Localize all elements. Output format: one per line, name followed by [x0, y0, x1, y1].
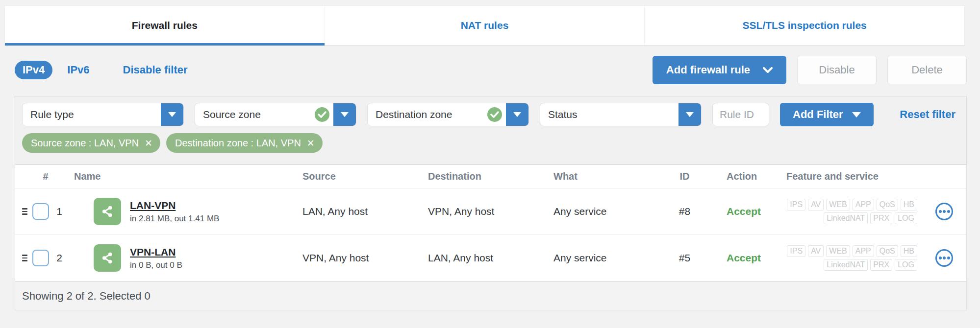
add-firewall-rule-label: Add firewall rule — [666, 64, 750, 76]
remove-chip-icon[interactable]: ✕ — [145, 139, 152, 148]
rule-traffic-stats: in 0 B, out 0 B — [130, 260, 182, 270]
more-actions-button[interactable] — [935, 203, 953, 220]
feature-badge: WEB — [826, 245, 850, 257]
filter-chip-destination-zone: Destination zone : LAN, VPN ✕ — [166, 133, 323, 153]
feature-badge: LOG — [895, 212, 917, 224]
reset-filter-link[interactable]: Reset filter — [900, 108, 955, 121]
cell-action: Accept — [703, 206, 772, 217]
disable-button[interactable]: Disable — [797, 56, 877, 84]
filter-chip-label: Source zone : LAN, VPN — [31, 138, 139, 149]
header-name: Name — [69, 171, 302, 182]
header-what: What — [553, 171, 666, 182]
tab-firewall-rules[interactable]: Firewall rules — [5, 6, 325, 45]
destination-zone-label: Destination zone — [368, 109, 487, 120]
header-id: ID — [666, 171, 703, 182]
feature-badge: LinkedNAT — [824, 212, 868, 224]
feature-badges: IPSAVWEBAPPQoSHB LinkedNATPRXLOG — [787, 245, 917, 271]
more-actions-button[interactable] — [935, 249, 953, 267]
feature-badge: APP — [853, 245, 874, 257]
header-source: Source — [302, 171, 428, 182]
feature-badge: APP — [853, 199, 874, 211]
dropdown-arrow-icon — [678, 103, 701, 126]
feature-badge: AV — [808, 245, 824, 257]
cell-action: Accept — [703, 252, 772, 264]
rule-type-label: Rule type — [23, 109, 161, 120]
filter-row: Rule type Source zone Destination zone S… — [15, 96, 966, 126]
table-row: 1 LAN-VPN in 2.81 MB, out 1.41 MB LAN, A… — [15, 188, 966, 235]
feature-badge: HB — [901, 199, 917, 211]
rule-name-link[interactable]: VPN-LAN — [130, 246, 182, 258]
ipv4-toggle[interactable]: IPv4 — [15, 61, 52, 79]
filter-chip-label: Destination zone : LAN, VPN — [175, 138, 301, 149]
feature-badge: LinkedNAT — [824, 259, 868, 271]
feature-badge: WEB — [826, 199, 850, 211]
drag-handle-icon[interactable] — [22, 206, 32, 217]
destination-zone-select[interactable]: Destination zone — [367, 103, 529, 126]
add-filter-button[interactable]: Add Filter — [780, 103, 874, 126]
row-count-summary: Showing 2 of 2. Selected 0 — [22, 290, 151, 303]
filter-chip-source-zone: Source zone : LAN, VPN ✕ — [22, 133, 160, 153]
source-zone-select[interactable]: Source zone — [195, 103, 356, 126]
feature-badge: IPS — [787, 245, 805, 257]
delete-button[interactable]: Delete — [887, 56, 967, 84]
dropdown-arrow-icon — [333, 103, 356, 126]
disable-filter-link[interactable]: Disable filter — [123, 64, 188, 76]
rule-id-input[interactable] — [712, 103, 769, 126]
row-checkbox[interactable] — [32, 203, 49, 220]
ipv6-toggle[interactable]: IPv6 — [67, 64, 89, 76]
check-circle-icon — [487, 107, 502, 122]
feature-badge: LOG — [895, 259, 917, 271]
feature-badge: QoS — [877, 199, 898, 211]
header-action: Action — [703, 171, 772, 182]
feature-badges: IPSAVWEBAPPQoSHB LinkedNATPRXLOG — [787, 199, 917, 224]
feature-badge: QoS — [877, 245, 898, 257]
tab-ssl-tls-inspection-rules[interactable]: SSL/TLS inspection rules — [644, 6, 964, 45]
feature-badge: PRX — [870, 259, 892, 271]
feature-badge: AV — [808, 199, 824, 211]
toolbar: IPv4 IPv6 Disable filter Add firewall ru… — [15, 53, 967, 87]
table-footer: Showing 2 of 2. Selected 0 — [15, 281, 966, 310]
table-row: 2 VPN-LAN in 0 B, out 0 B VPN, Any host … — [15, 235, 966, 281]
cell-destination: LAN, Any host — [428, 252, 553, 264]
tab-bar: Firewall rules NAT rules SSL/TLS inspect… — [5, 6, 964, 46]
rule-type-select[interactable]: Rule type — [22, 103, 184, 126]
feature-badge: PRX — [870, 212, 892, 224]
row-number: 1 — [50, 206, 69, 217]
add-firewall-rule-button[interactable]: Add firewall rule — [653, 56, 786, 84]
table-header-row: # Name Source Destination What ID Action… — [15, 165, 966, 188]
check-circle-icon — [315, 107, 329, 122]
dropdown-arrow-icon — [161, 103, 183, 126]
cell-source: VPN, Any host — [302, 252, 428, 264]
cell-rule-id: #8 — [666, 206, 703, 217]
header-number: # — [22, 171, 69, 182]
dropdown-arrow-icon — [506, 103, 528, 126]
rule-traffic-stats: in 2.81 MB, out 1.41 MB — [130, 214, 219, 224]
firewall-rules-table: # Name Source Destination What ID Action… — [15, 164, 967, 310]
row-checkbox[interactable] — [32, 250, 49, 266]
toolbar-actions: Add firewall rule Disable Delete — [653, 56, 967, 84]
remove-chip-icon[interactable]: ✕ — [307, 139, 315, 148]
cell-rule-id: #5 — [666, 252, 703, 264]
cell-what: Any service — [553, 206, 666, 217]
cell-destination: VPN, Any host — [428, 206, 553, 217]
cell-source: LAN, Any host — [302, 206, 428, 217]
source-zone-label: Source zone — [195, 109, 315, 120]
share-zone-icon — [94, 198, 121, 225]
header-destination: Destination — [428, 171, 553, 182]
cell-what: Any service — [553, 252, 666, 264]
add-filter-label: Add Filter — [793, 108, 843, 121]
rule-name-link[interactable]: LAN-VPN — [130, 200, 219, 211]
drag-handle-icon[interactable] — [22, 253, 32, 263]
status-label: Status — [540, 109, 678, 120]
header-feature-and-service: Feature and service — [772, 171, 922, 182]
feature-badge: HB — [901, 245, 917, 257]
status-select[interactable]: Status — [540, 103, 702, 126]
tab-nat-rules[interactable]: NAT rules — [325, 6, 645, 45]
filter-panel: Rule type Source zone Destination zone S… — [15, 96, 967, 164]
share-zone-icon — [94, 244, 121, 272]
active-filter-chips: Source zone : LAN, VPN ✕ Destination zon… — [15, 126, 966, 153]
row-number: 2 — [50, 252, 69, 264]
chevron-down-icon — [763, 67, 773, 73]
feature-badge: IPS — [787, 199, 805, 211]
chevron-down-icon — [852, 112, 861, 117]
